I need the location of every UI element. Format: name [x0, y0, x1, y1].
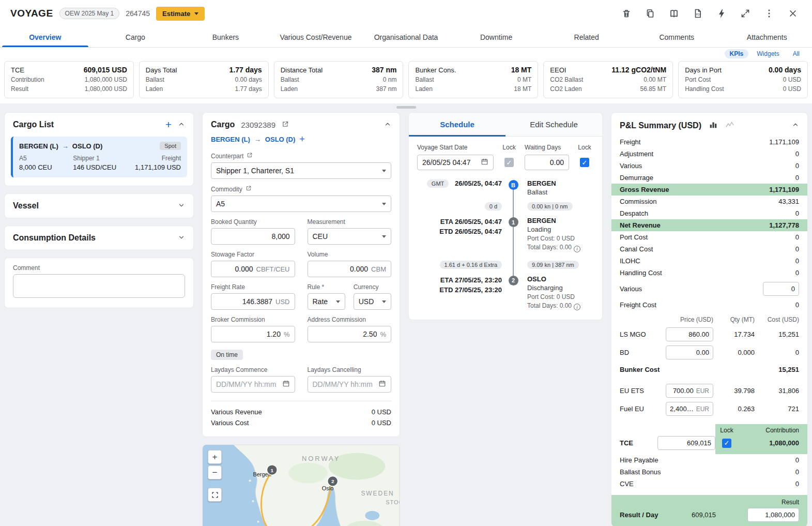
pnl-various-input[interactable]: [767, 285, 795, 293]
main-content: Cargo List + BERGEN (L) → OSLO (D) Spot …: [0, 112, 812, 526]
stop1-etd-label: ETD: [439, 228, 453, 235]
voyage-start-lock-checkbox[interactable]: ✓: [504, 158, 514, 167]
measurement-select[interactable]: CEU: [308, 228, 392, 245]
fuel-qty: 0.263: [713, 405, 755, 413]
waiting-days-input[interactable]: [530, 158, 564, 167]
broker-commission-label: Broker Commission: [211, 316, 295, 323]
tab-comments[interactable]: Comments: [632, 27, 722, 47]
tab-bunkers[interactable]: Bunkers: [180, 27, 271, 47]
pnl-row-value: 0: [795, 162, 799, 170]
pnl-row-label: Despatch: [620, 209, 795, 217]
tce-lock-label: Lock: [715, 427, 738, 434]
pnl-row-label: Various: [620, 162, 795, 170]
stop2-total-days: Total Days: 0.00: [527, 302, 572, 309]
kpi-card-days-total: Days Total1.77 days Ballast0.00 days Lad…: [139, 61, 269, 98]
estimate-button[interactable]: Estimate: [156, 7, 205, 21]
counterpart-select[interactable]: Shipper 1, Charterer, S1: [211, 162, 391, 179]
stowage-factor-input[interactable]: [216, 265, 253, 273]
tab-attachments[interactable]: Attachments: [722, 27, 812, 47]
tab-overview[interactable]: Overview: [0, 27, 90, 47]
fuel-row-euets: EU ETS EUR 39.798 31,806: [611, 382, 807, 400]
map-zoom-out-button[interactable]: −: [208, 465, 222, 479]
fueleu-price-input[interactable]: [670, 405, 694, 413]
bar-chart-icon: [709, 120, 718, 129]
commodity-select[interactable]: A5: [211, 196, 391, 212]
collapse-cargo-list-button[interactable]: [178, 121, 185, 129]
tab-related[interactable]: Related: [541, 27, 632, 47]
comment-input[interactable]: [13, 274, 185, 298]
log-book-button[interactable]: [665, 5, 683, 22]
euets-price-input[interactable]: [670, 387, 694, 395]
close-icon: [788, 8, 798, 19]
chevron-down-icon: [382, 203, 386, 205]
expand-vessel-button[interactable]: [178, 202, 185, 211]
route-map[interactable]: + − NORWAY SWEDEN STOC North Bergen: [202, 444, 400, 526]
address-commission-input[interactable]: [313, 330, 377, 338]
cargo-list-item[interactable]: BERGEN (L) → OSLO (D) Spot A5 Shipper 1 …: [11, 137, 187, 177]
bar-chart-view-button[interactable]: [709, 120, 718, 131]
broker-commission-input[interactable]: [216, 330, 281, 338]
more-options-button[interactable]: [760, 5, 778, 22]
fuel-label: LS MGO: [620, 330, 666, 338]
freight-rate-input[interactable]: [216, 297, 272, 306]
expand-consumption-button[interactable]: [178, 234, 185, 243]
kpi-strip: KPIs Widgets All TCE609,015 USD Contribu…: [0, 48, 812, 103]
route-to-link[interactable]: OSLO (D): [265, 136, 296, 143]
laydays-cancelling-input[interactable]: [313, 380, 379, 388]
laydays-commence-input[interactable]: [216, 380, 282, 388]
rule-select[interactable]: Rate: [308, 293, 345, 310]
panel-resize-handle[interactable]: [396, 106, 416, 109]
net-revenue-row: Net Revenue1,127,778: [611, 219, 807, 231]
info-icon[interactable]: i: [574, 304, 580, 310]
waiting-days-lock-checkbox[interactable]: ✓: [580, 158, 589, 167]
comment-label: Comment: [13, 264, 185, 272]
open-commodity-button[interactable]: [246, 185, 252, 193]
tab-cargo[interactable]: Cargo: [90, 27, 181, 47]
kpi-link-kpis[interactable]: KPIs: [725, 49, 749, 58]
calendar-icon[interactable]: [481, 158, 488, 167]
open-counterpart-button[interactable]: [247, 152, 253, 160]
calendar-icon[interactable]: [282, 380, 290, 389]
tce-lock-checkbox[interactable]: ✓: [722, 439, 731, 448]
calendar-icon[interactable]: [378, 380, 386, 389]
map-zoom-in-button[interactable]: +: [208, 450, 222, 464]
divider: [211, 401, 391, 401]
export-pdf-button[interactable]: PDF: [689, 5, 707, 22]
voyage-start-date-input[interactable]: [422, 158, 481, 167]
tce-input[interactable]: [662, 439, 711, 447]
quick-action-button[interactable]: [713, 5, 730, 22]
fuel-row-bd: BD 0.000 0: [611, 343, 807, 362]
add-port-button[interactable]: +: [299, 134, 305, 144]
tab-downtime[interactable]: Downtime: [451, 27, 542, 47]
tab-organisational-data[interactable]: Organisational Data: [361, 27, 451, 47]
lsmgo-price-input[interactable]: [670, 330, 709, 338]
map-marker-2[interactable]: 2: [328, 476, 338, 486]
result-total-input[interactable]: [752, 511, 795, 519]
collapse-cargo-detail-button[interactable]: [384, 121, 391, 129]
currency-select[interactable]: USD: [354, 293, 391, 310]
tab-schedule[interactable]: Schedule: [409, 113, 505, 136]
volume-input[interactable]: [313, 265, 369, 273]
copy-button[interactable]: [641, 5, 659, 22]
route-from-link[interactable]: BERGEN (L): [211, 136, 250, 143]
line-chart-view-button[interactable]: [725, 120, 734, 131]
open-cargo-button[interactable]: [282, 121, 289, 129]
freight-cost-label: Freight Cost: [620, 301, 795, 309]
delete-button[interactable]: [618, 5, 635, 22]
map-fullscreen-button[interactable]: [208, 488, 222, 502]
map-marker-1[interactable]: 1: [267, 465, 277, 475]
tab-edit-schedule[interactable]: Edit Schedule: [505, 113, 602, 136]
kpi-label: Laden: [146, 84, 163, 94]
add-cargo-button[interactable]: +: [165, 120, 172, 129]
kpi-link-widgets[interactable]: Widgets: [752, 49, 784, 58]
fullscreen-button[interactable]: [737, 5, 754, 22]
cargo-item-freight-label: Freight: [135, 155, 181, 162]
tab-various-cost-revenue[interactable]: Various Cost/Revenue: [271, 27, 361, 47]
booked-quantity-input[interactable]: [216, 232, 290, 241]
close-button[interactable]: [784, 5, 802, 22]
bd-price-input[interactable]: [670, 349, 709, 356]
cargo-item-rate: 146 USD/CEU: [73, 163, 135, 171]
info-icon[interactable]: i: [574, 246, 580, 252]
kpi-link-all[interactable]: All: [788, 49, 805, 58]
collapse-pnl-button[interactable]: [792, 121, 799, 130]
